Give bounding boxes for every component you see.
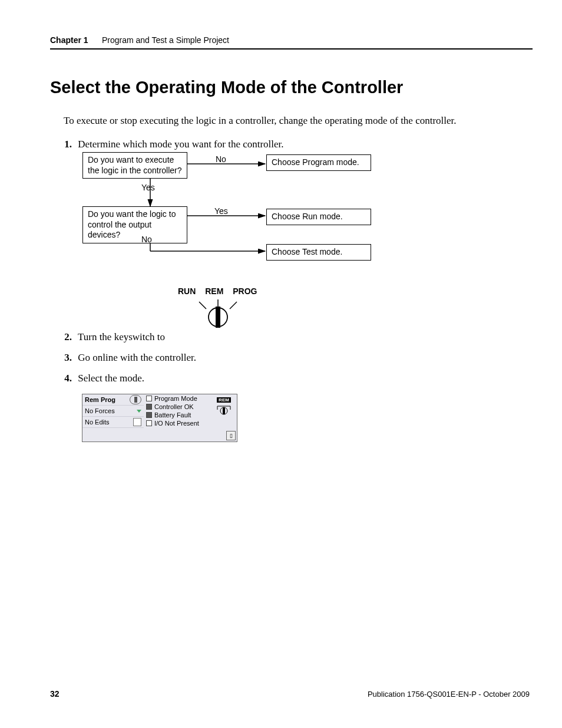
panel-row-no-edits[interactable]: No Edits [82,417,144,428]
step-3-text: Go online with the controller. [78,352,196,363]
step-3: 3. Go online with the controller. [59,352,196,364]
flow-label-yes-2: Yes [214,206,228,216]
step-4: 4. Select the mode. [59,373,144,384]
panel-no-forces-label: No Forces [85,406,115,416]
checkbox-icon [146,404,152,410]
panel-corner-button[interactable]: ▯ [226,431,236,440]
panel-left-column: Rem Prog No Forces No Edits [82,394,144,428]
keyswitch-run: RUN [178,286,196,296]
flowchart: Do you want to execute the logic in the … [82,152,377,270]
chapter-label: Chapter 1 [50,35,88,45]
door-icon: ▯ [230,433,233,439]
step-3-number: 3. [59,352,72,364]
flow-question-1: Do you want to execute the logic in the … [82,152,187,179]
panel-row-no-forces[interactable]: No Forces [82,406,144,417]
panel-no-edits-label: No Edits [85,417,110,427]
footer-publication: Publication 1756-QS001E-EN-P - October 2… [368,690,530,699]
panel-mid-battery-fault: Battery Fault [144,411,207,419]
flow-result-program: Choose Program mode. [266,154,371,171]
svg-line-7 [230,302,237,309]
checkbox-icon [146,396,152,401]
edits-icon [133,418,141,426]
keyswitch-diagram: RUN REM PROG [174,286,260,330]
panel-right-column: REM [212,396,236,417]
svg-line-5 [199,302,206,309]
keyswitch-dropdown-icon[interactable] [130,395,141,404]
keyswitch-prog: PROG [233,286,257,296]
keyswitch-small-icon [215,404,233,417]
step-4-number: 4. [59,373,72,384]
step-2-text: Turn the keyswitch to [78,331,165,342]
step-2: 2. Turn the keyswitch to [59,331,165,343]
panel-mid-program-mode: Program Mode [144,394,207,403]
rem-badge: REM [217,397,231,403]
flow-question-2: Do you want the logic to control the out… [82,206,187,243]
panel-rem-prog-label: Rem Prog [85,394,115,405]
svg-rect-14 [223,407,225,414]
flow-result-run: Choose Run mode. [266,209,371,225]
section-heading: Select the Operating Mode of the Control… [50,78,403,97]
intro-text: To execute or stop executing the logic i… [64,115,457,127]
step-2-number: 2. [59,331,72,343]
controller-status-panel: Rem Prog No Forces No Edits Program Mode… [82,394,237,442]
panel-controller-ok-label: Controller OK [154,403,194,411]
panel-row-rem-prog[interactable]: Rem Prog [82,394,144,406]
step-4-text: Select the mode. [78,373,144,384]
panel-io-label: I/O Not Present [154,419,199,427]
keyswitch-rem: REM [205,286,223,296]
flow-label-no-1: No [216,154,226,164]
panel-program-mode-label: Program Mode [154,394,197,403]
panel-battery-fault-label: Battery Fault [154,411,191,419]
panel-mid-controller-ok: Controller OK [144,403,207,411]
page: Chapter 1 Program and Test a Simple Proj… [0,0,562,728]
keyswitch-icon [179,299,256,330]
chapter-title: Program and Test a Simple Project [102,35,229,45]
svg-rect-9 [216,307,220,328]
step-1-text: Determine which mode you want for the co… [78,139,283,150]
flow-label-no-2: No [141,235,152,244]
step-1-number: 1. [59,139,72,150]
page-header: Chapter 1 Program and Test a Simple Proj… [50,35,533,50]
panel-mid-column: Program Mode Controller OK Battery Fault… [144,394,207,427]
panel-mid-io-not-present: I/O Not Present [144,419,207,427]
flow-label-yes-1: Yes [141,183,155,192]
keyswitch-labels: RUN REM PROG [174,286,260,296]
checkbox-icon [146,420,152,426]
step-1: 1. Determine which mode you want for the… [59,139,284,150]
checkbox-icon [146,412,152,418]
dropdown-icon [137,410,141,413]
footer-page-number: 32 [50,689,59,699]
flow-result-test: Choose Test mode. [266,244,371,261]
